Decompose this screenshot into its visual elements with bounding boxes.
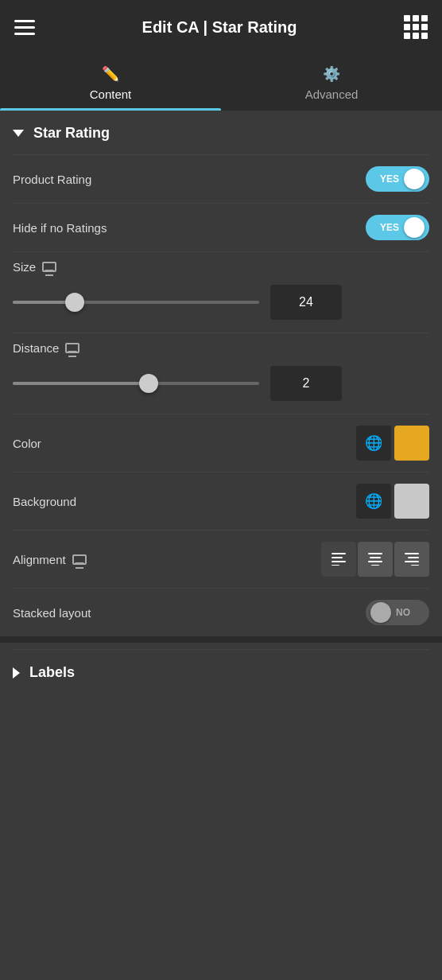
distance-slider-container: 2 xyxy=(13,366,429,401)
stacked-layout-row: Stacked layout NO xyxy=(13,588,429,636)
svg-rect-10 xyxy=(405,561,419,562)
product-rating-row: Product Rating YES xyxy=(13,154,429,203)
tab-advanced[interactable]: ⚙️ Advanced xyxy=(221,54,442,111)
hide-no-ratings-toggle-label: YES xyxy=(380,222,399,233)
color-row: Color 🌐 xyxy=(13,414,429,472)
size-slider-container: 24 xyxy=(13,285,429,320)
header: Edit CA | Star Rating xyxy=(0,0,442,54)
svg-rect-5 xyxy=(370,557,381,558)
stacked-layout-toggle[interactable]: NO xyxy=(366,600,429,625)
product-rating-toggle-label: YES xyxy=(380,173,399,185)
section-divider xyxy=(0,636,442,643)
product-rating-knob xyxy=(404,169,425,189)
alignment-monitor-icon xyxy=(72,554,87,565)
size-label: Size xyxy=(13,260,56,274)
size-slider-track[interactable] xyxy=(13,301,259,304)
background-label: Background xyxy=(13,495,76,508)
background-swatch-group: 🌐 xyxy=(356,484,429,519)
stacked-layout-knob xyxy=(370,602,391,623)
distance-label: Distance xyxy=(13,341,79,355)
alignment-label: Alignment xyxy=(13,553,87,566)
tab-content[interactable]: ✏️ Content xyxy=(0,54,221,111)
apps-icon[interactable] xyxy=(404,15,428,39)
background-global-button[interactable]: 🌐 xyxy=(356,484,391,519)
chevron-right-icon xyxy=(13,667,20,679)
hide-no-ratings-toggle[interactable]: YES xyxy=(366,215,429,240)
tab-content-label: Content xyxy=(90,88,132,101)
color-swatch[interactable] xyxy=(394,426,429,461)
svg-rect-8 xyxy=(405,553,419,554)
distance-monitor-icon xyxy=(65,343,79,353)
background-row: Background 🌐 xyxy=(13,472,429,530)
distance-row: Distance 2 xyxy=(13,332,429,414)
size-monitor-icon xyxy=(42,262,56,272)
star-rating-title: Star Rating xyxy=(33,125,110,142)
size-row: Size 24 xyxy=(13,251,429,332)
stacked-layout-label: Stacked layout xyxy=(13,606,91,620)
product-rating-toggle[interactable]: YES xyxy=(366,166,429,192)
svg-rect-6 xyxy=(368,561,382,562)
color-swatch-group: 🌐 xyxy=(356,426,429,461)
product-rating-label: Product Rating xyxy=(13,173,91,186)
distance-slider-fill xyxy=(13,382,149,385)
tab-bar: ✏️ Content ⚙️ Advanced xyxy=(0,54,442,111)
size-input[interactable]: 24 xyxy=(270,285,342,320)
svg-rect-7 xyxy=(371,565,379,566)
size-slider-thumb[interactable] xyxy=(65,293,84,312)
page-title: Edit CA | Star Rating xyxy=(142,18,297,37)
stacked-layout-toggle-label: NO xyxy=(396,607,410,618)
gear-icon: ⚙️ xyxy=(323,65,340,83)
svg-rect-0 xyxy=(332,553,346,554)
tab-advanced-label: Advanced xyxy=(305,88,359,101)
background-swatch[interactable] xyxy=(394,484,429,519)
distance-input[interactable]: 2 xyxy=(270,366,342,401)
hamburger-icon[interactable] xyxy=(14,20,35,35)
svg-rect-9 xyxy=(408,557,419,558)
pencil-icon: ✏️ xyxy=(102,65,119,83)
align-center-button[interactable] xyxy=(358,542,393,577)
hide-no-ratings-knob xyxy=(404,217,425,238)
star-rating-header[interactable]: Star Rating xyxy=(13,111,429,154)
alignment-row: Alignment xyxy=(13,530,429,588)
chevron-down-icon xyxy=(13,130,24,137)
color-global-button[interactable]: 🌐 xyxy=(356,426,391,461)
hide-no-ratings-label: Hide if no Ratings xyxy=(13,221,107,235)
svg-rect-3 xyxy=(332,565,339,566)
color-label: Color xyxy=(13,437,41,450)
labels-title: Labels xyxy=(29,664,75,681)
align-left-button[interactable] xyxy=(321,542,356,577)
svg-rect-1 xyxy=(332,557,343,558)
distance-slider-thumb[interactable] xyxy=(139,374,158,393)
labels-header[interactable]: Labels xyxy=(13,649,429,695)
align-right-button[interactable] xyxy=(394,542,429,577)
distance-slider-track[interactable] xyxy=(13,382,259,385)
svg-rect-4 xyxy=(368,553,382,554)
star-rating-section: Star Rating Product Rating YES Hide if n… xyxy=(0,111,442,636)
labels-section: Labels xyxy=(0,649,442,695)
svg-rect-11 xyxy=(411,565,419,566)
alignment-group xyxy=(321,542,429,577)
svg-rect-2 xyxy=(332,561,346,562)
hide-no-ratings-row: Hide if no Ratings YES xyxy=(13,203,429,251)
